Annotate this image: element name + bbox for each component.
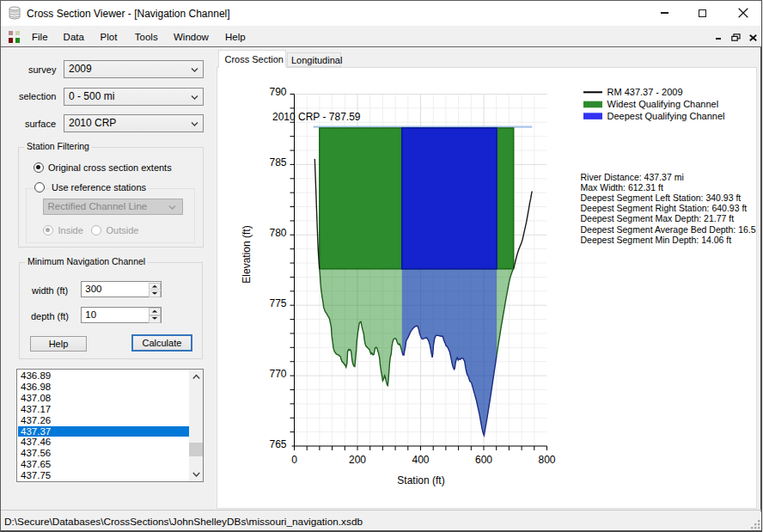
svg-text:Station (ft): Station (ft) <box>397 474 444 486</box>
svg-text:600: 600 <box>475 454 492 466</box>
svg-text:780: 780 <box>269 227 286 239</box>
svg-text:Deepest Segment Max Depth: 21.: Deepest Segment Max Depth: 21.77 ft <box>581 213 735 223</box>
svg-text:775: 775 <box>269 297 286 309</box>
svg-text:Deepest Segment Left Station:: Deepest Segment Left Station: 340.93 ft <box>581 193 742 203</box>
svg-text:2010 CRP - 787.59: 2010 CRP - 787.59 <box>272 111 361 123</box>
svg-text:Deepest Segment Min Depth: 14.: Deepest Segment Min Depth: 14.06 ft <box>581 235 732 245</box>
svg-text:Max Width: 612.31 ft: Max Width: 612.31 ft <box>581 182 663 193</box>
svg-text:0: 0 <box>291 454 297 466</box>
svg-text:200: 200 <box>349 454 366 466</box>
svg-text:400: 400 <box>412 454 429 466</box>
svg-text:770: 770 <box>269 368 286 380</box>
svg-text:785: 785 <box>269 156 286 168</box>
svg-text:River Distance: 437.37 mi: River Distance: 437.37 mi <box>581 172 684 182</box>
svg-text:RM 437.37 - 2009: RM 437.37 - 2009 <box>607 87 683 97</box>
svg-text:765: 765 <box>269 438 286 450</box>
svg-text:790: 790 <box>269 86 286 98</box>
svg-text:Elevation (ft): Elevation (ft) <box>241 225 253 283</box>
svg-text:Deepest Segment Average Bed De: Deepest Segment Average Bed Depth: 16.53… <box>581 224 763 235</box>
svg-text:Deepest Segment Right Station:: Deepest Segment Right Station: 640.93 ft <box>581 203 748 213</box>
svg-text:Widest Qualifying Channel: Widest Qualifying Channel <box>607 99 719 109</box>
svg-text:Deepest Qualifying Channel: Deepest Qualifying Channel <box>607 111 725 121</box>
svg-text:800: 800 <box>538 454 555 466</box>
